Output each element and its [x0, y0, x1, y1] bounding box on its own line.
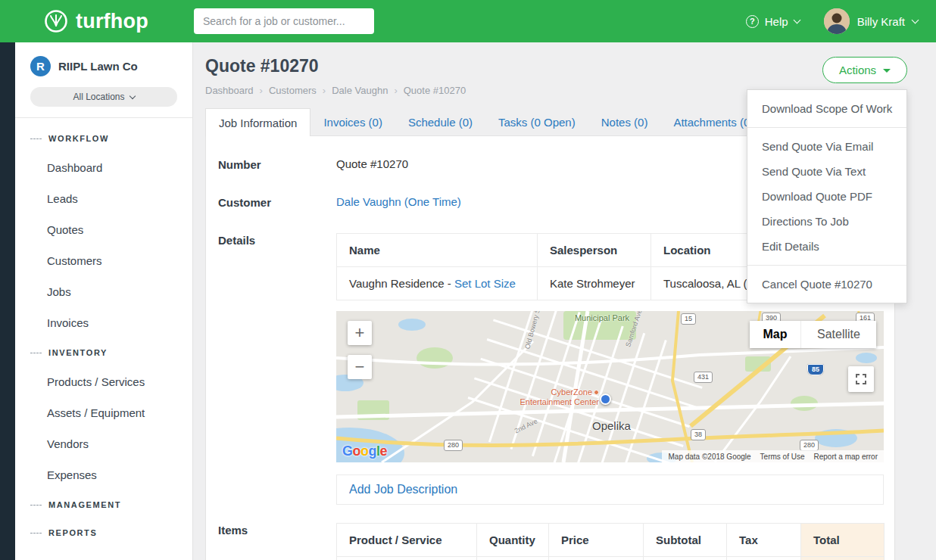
map-type-toggle: Map Satellite	[750, 321, 876, 348]
menu-item-cancel-quote[interactable]: Cancel Quote #10270	[747, 272, 906, 297]
search-input[interactable]	[194, 8, 374, 34]
interstate-shield-85: 85	[807, 364, 824, 375]
items-header-product-service: Product / Service	[337, 524, 477, 557]
location-filter[interactable]: All Locations	[30, 87, 177, 107]
report-map-error-link[interactable]: Report a map error	[814, 453, 878, 461]
chevron-down-icon	[129, 92, 135, 98]
sidebar-nav: WORKFLOW Dashboard Leads Quotes Customer…	[15, 118, 192, 546]
zoom-out-button[interactable]: −	[348, 355, 372, 379]
company-name: RIIPL Lawn Co	[58, 60, 138, 73]
map-type-map-button[interactable]: Map	[750, 321, 800, 348]
fullscreen-icon	[855, 373, 867, 385]
map-marker[interactable]	[600, 394, 611, 405]
menu-item-download-scope-of-work[interactable]: Download Scope Of Work	[747, 96, 906, 121]
breadcrumb-customers[interactable]: Customers	[269, 85, 326, 96]
menu-item-edit-details[interactable]: Edit Details	[747, 234, 906, 259]
menu-item-download-quote-pdf[interactable]: Download Quote PDF	[747, 184, 906, 209]
route-shield-15: 15	[681, 313, 696, 325]
items-table: Product / Service Quantity Price Subtota…	[336, 523, 885, 560]
menu-item-send-quote-email[interactable]: Send Quote Via Email	[747, 134, 906, 159]
tab-tasks[interactable]: Tasks (0 Open)	[485, 108, 588, 135]
property-name-cell: Vaughn Residence - Set Lot Size	[337, 267, 538, 300]
tree-dash-icon	[30, 138, 42, 139]
nav-section-label: REPORTS	[48, 528, 97, 537]
customer-type-link[interactable]: (One Time)	[404, 195, 461, 208]
zoom-in-button[interactable]: +	[348, 321, 372, 345]
help-menu[interactable]: ? Help	[746, 15, 800, 28]
sidebar-item-assets-equipment[interactable]: Assets / Equipment	[15, 397, 192, 428]
sidebar-item-invoices[interactable]: Invoices	[15, 307, 192, 338]
brand-name: turfhop	[76, 10, 148, 33]
menu-divider	[747, 265, 906, 266]
job-location-map[interactable]: Municipal Park CyberZone Entertainment C…	[336, 311, 884, 462]
topbar: turfhop ? Help Billy Kraft	[0, 0, 936, 42]
items-row: Items Product / Service Quantity Price S…	[218, 523, 882, 560]
fullscreen-button[interactable]	[848, 366, 874, 392]
set-lot-size-link[interactable]: Set Lot Size	[454, 277, 516, 290]
sidebar-item-dashboard[interactable]: Dashboard	[15, 152, 192, 183]
map-type-satellite-button[interactable]: Satellite	[800, 321, 876, 348]
nav-section-management: MANAGEMENT	[15, 490, 192, 518]
job-description-box: Add Job Description	[336, 474, 884, 505]
sidebar-item-products-services[interactable]: Products / Services	[15, 366, 192, 397]
quote-number: Quote #10270	[336, 157, 408, 171]
sidebar-item-customers[interactable]: Customers	[15, 245, 192, 276]
breadcrumb-customer-name[interactable]: Dale Vaughn	[332, 85, 398, 96]
turfhop-logo[interactable]: turfhop	[44, 0, 148, 42]
menu-divider	[747, 127, 906, 128]
sidebar: R RIIPL Lawn Co All Locations WORKFLOW D…	[15, 42, 193, 560]
location-filter-label: All Locations	[73, 92, 124, 102]
sidebar-item-expenses[interactable]: Expenses	[15, 459, 192, 490]
route-shield-38: 38	[691, 429, 706, 440]
google-logo: Google	[342, 443, 387, 459]
route-shield-280: 280	[444, 440, 463, 451]
help-label: Help	[765, 15, 788, 28]
actions-button[interactable]: Actions	[822, 57, 907, 83]
tab-notes[interactable]: Notes (0)	[588, 108, 661, 135]
breadcrumb-current: Quote #10270	[404, 85, 466, 96]
details-header-salesperson: Salesperson	[538, 234, 651, 267]
main-content: Quote #10270 Dashboard Customers Dale Va…	[193, 42, 936, 560]
customer-label: Customer	[218, 195, 336, 209]
menu-item-directions-to-job[interactable]: Directions To Job	[747, 209, 906, 234]
items-header-subtotal: Subtotal	[644, 524, 727, 557]
sidebar-item-vendors[interactable]: Vendors	[15, 428, 192, 459]
actions-button-label: Actions	[839, 64, 876, 76]
caret-down-icon	[883, 69, 891, 73]
chevron-down-icon	[793, 17, 800, 24]
terms-of-use-link[interactable]: Terms of Use	[760, 453, 805, 461]
user-menu[interactable]: Billy Kraft	[824, 8, 918, 34]
property-name: Vaughn Residence -	[349, 277, 451, 290]
actions-menu: Download Scope Of Work Send Quote Via Em…	[747, 89, 907, 303]
items-header-total: Total	[801, 524, 885, 557]
customer-link[interactable]: Dale Vaughn	[336, 195, 401, 208]
page-title: Quote #10270	[205, 56, 319, 76]
tree-dash-icon	[30, 505, 42, 506]
user-name: Billy Kraft	[857, 15, 905, 28]
items-header-price: Price	[549, 524, 644, 557]
sidebar-item-quotes[interactable]: Quotes	[15, 214, 192, 245]
salesperson-cell: Kate Strohmeyer	[538, 267, 651, 300]
nav-section-label: MANAGEMENT	[48, 500, 121, 509]
tab-bar: Job Information Invoices (0) Schedule (0…	[205, 108, 766, 136]
tab-job-information[interactable]: Job Information	[205, 108, 310, 136]
chevron-down-icon	[912, 17, 919, 24]
number-label: Number	[218, 157, 336, 171]
sidebar-item-leads[interactable]: Leads	[15, 183, 192, 214]
help-icon: ?	[746, 15, 759, 28]
details-label: Details	[218, 233, 336, 505]
company-switcher[interactable]: R RIIPL Lawn Co	[15, 42, 192, 84]
tree-dash-icon	[30, 353, 42, 353]
breadcrumb-dashboard[interactable]: Dashboard	[205, 85, 263, 96]
route-shield-431: 431	[694, 372, 713, 383]
add-job-description-link[interactable]: Add Job Description	[349, 483, 457, 496]
breadcrumb: Dashboard Customers Dale Vaughn Quote #1…	[205, 85, 472, 96]
nav-section-workflow: WORKFLOW	[15, 124, 192, 152]
tab-schedule[interactable]: Schedule (0)	[395, 108, 485, 135]
nav-section-reports: REPORTS	[15, 518, 192, 546]
items-header-row: Product / Service Quantity Price Subtota…	[337, 524, 885, 557]
sidebar-item-jobs[interactable]: Jobs	[15, 276, 192, 307]
tab-invoices[interactable]: Invoices (0)	[310, 108, 395, 135]
menu-item-send-quote-text[interactable]: Send Quote Via Text	[747, 159, 906, 184]
items-label: Items	[218, 523, 336, 560]
